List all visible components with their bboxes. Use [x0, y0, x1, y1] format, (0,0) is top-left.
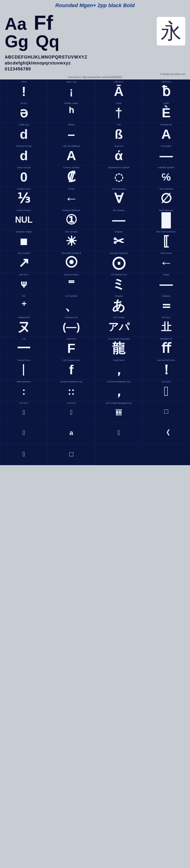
glyph-char: a [69, 430, 73, 436]
glyph-label: Box Drawing [96, 209, 142, 212]
glyph-char: 丽 [115, 409, 122, 416]
glyph-cell: Number Forms⅓ [0, 187, 48, 208]
glyph-label: CJK Ext A [144, 316, 189, 319]
glyph-char: ！ [160, 363, 173, 376]
glyph-cell: ASCII! [0, 80, 48, 101]
glyph-cell: CJK Compatアパ [95, 315, 143, 337]
glyph-char: ⁼ [68, 277, 75, 291]
glyph-cell: Letterlike Symbols℅ [143, 165, 190, 187]
glyph-label: CJK Radicals Sup [96, 273, 142, 276]
glyph-cell: Greek Extά [95, 144, 143, 165]
glyph-cell: 《 [143, 422, 190, 444]
glyph-cell: Phonetic ExtA [143, 123, 190, 144]
glyph-char: ⦿ [65, 256, 78, 269]
glyph-cell: Math Alphanum: [0, 379, 48, 401]
glyph-char: 𫝀 [70, 409, 72, 416]
glyph-cell: Sup Punctuation⁼ [48, 273, 95, 294]
glyph-cell: Misc Technical∅ [143, 187, 190, 208]
glyph-cell: Enclosed Ideographic Sup， [95, 379, 143, 401]
glyph-char: :: [68, 386, 75, 396]
glyph-char: — [160, 277, 173, 291]
glyph-char: ¡ [70, 86, 73, 97]
glyph-cell: Modifier Lettersʰ [48, 101, 95, 123]
glyph-label: Math Alphanum [1, 380, 46, 383]
glyph-char: È [162, 106, 170, 119]
glyph-cell: Box Drawing— [95, 208, 143, 229]
glyph-cell: Vertical Forms︱ [0, 358, 48, 379]
glyph-char: – [68, 127, 75, 141]
glyph-char: 㐀 [161, 322, 172, 332]
glyph-label: Sup Arrows B [1, 252, 46, 254]
glyph-cell: Hebrew– [48, 123, 95, 144]
glyph-cell: Enclosed Alphanum① [48, 208, 95, 229]
hero-char-aa: Aa [5, 15, 27, 32]
glyph-char: A [67, 149, 76, 162]
glyph-char: ∅ [160, 192, 172, 205]
glyph-cell: Cyrillic Supd [0, 123, 48, 144]
glyph-label: Enclosed CJK [49, 316, 94, 319]
glyph-cell: a [48, 422, 95, 444]
glyph-cell: □ [143, 401, 190, 422]
glyph-label: Currency Symbols [49, 166, 94, 169]
glyph-char: 一 [17, 342, 30, 355]
glyph-char: 𪜀 [118, 430, 120, 436]
header-title: Rounded Mgen+ 2pp black Bold [0, 2, 190, 8]
glyph-cell: IPA Extə [0, 101, 48, 123]
glyph-char: ⁺ [21, 300, 27, 311]
glyph-cell: Alphabetic PFﬀ [143, 337, 190, 358]
glyph-label: Dingbats [96, 230, 142, 233]
glyph-label: Enclosed Ideographic Sup [96, 380, 142, 383]
hero-letters: Aa Ff Gg Qq [5, 12, 157, 50]
glyph-char: ß [115, 127, 123, 141]
glyph-char: 𠀀 [164, 384, 168, 398]
glyph-cell: Enclosed Alphanum Sup:: [48, 379, 95, 401]
glyph-cell: Thaiß [95, 123, 143, 144]
glyph-char: F [67, 342, 75, 355]
hero-char-qq: Qq [36, 33, 60, 50]
glyph-label: Vertical Forms [1, 359, 46, 362]
glyph-char: 龍 [112, 342, 125, 355]
glyph-cell: Hiraganaあ [95, 294, 143, 315]
glyph-label: Hebrew [49, 123, 94, 126]
glyph-char: ⟦ [163, 235, 169, 248]
glyph-cell: CJK Ext A㐀 [143, 315, 190, 337]
glyph-char: ↗ [18, 256, 30, 269]
glyph-label: Hiragana [96, 295, 142, 297]
glyph-cell: Geometric Shapes■ [0, 229, 48, 251]
glyph-char: — [112, 213, 125, 226]
glyph-char: ＝ [160, 299, 173, 312]
glyph-char: ✂ [113, 235, 124, 248]
glyph-cell: CJK Compat Ideographs龍 [95, 337, 143, 358]
glyph-cell: Latin Ext Bƀ [143, 80, 190, 101]
glyph-label: Sup Punctuation [49, 273, 94, 276]
glyph-cell: 𪜀 [95, 422, 143, 444]
glyph-char: ά [115, 149, 123, 162]
uppercase-alphabet: ABCDEFGHIJKLMNOPQRSTUVWXYZ [5, 54, 185, 60]
glyph-cell: Half And Full Forms！ [143, 358, 190, 379]
glyph-cell: Sup Arrows B↗ [0, 251, 48, 273]
glyph-cell: Control PicturesNUL [0, 208, 48, 229]
glyph-label: Misc Arrows [144, 252, 189, 254]
glyph-label: Latin Ext D [49, 338, 94, 340]
glyph-cell: CJK Radicals Supミ [95, 273, 143, 294]
glyph-label: CJK Ext B [144, 380, 189, 383]
glyph-char: 《 [163, 430, 169, 436]
glyph-char: ! [22, 85, 26, 98]
glyph-label: Latin Ext B [144, 81, 189, 83]
glyph-char: ⨀ [112, 256, 125, 269]
glyph-cell: 𫠝 [0, 422, 48, 444]
hero-section: Aa Ff Gg Qq 永 [0, 10, 190, 52]
glyph-char: ， [112, 384, 125, 398]
glyph-cell: Phonetic Ext Supd [0, 144, 48, 165]
glyph-label: Kangxi [144, 273, 189, 276]
glyph-char: — [160, 149, 173, 162]
glyph-label: Misc Technical [144, 188, 189, 190]
glyph-cell: Math Operators∀ [95, 187, 143, 208]
glyph-cell: □ [48, 444, 95, 465]
glyph-cell: Enclosed CJK(—) [48, 315, 95, 337]
glyph-label: Phonetic Ext Sup [1, 145, 46, 147]
glyph-cell: Misc Math Symbols B⦿ [48, 251, 95, 273]
glyph-char: ƀ [162, 85, 170, 98]
glyph-cell: Super And Sub0 [0, 165, 48, 187]
glyph-label: Katakana [144, 295, 189, 297]
